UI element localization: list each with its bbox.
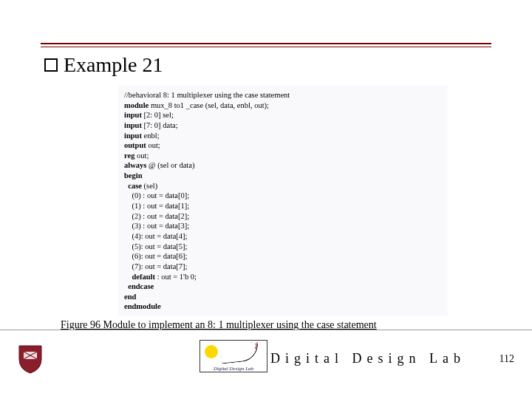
case-1: (1) : out = data[1]; (132, 202, 190, 210)
case-3: (3) : out = data[3]; (132, 222, 190, 230)
case-4: (4): out = data[4]; (132, 232, 188, 240)
brand-text: Digital Design Lab (270, 351, 466, 366)
header-rule (41, 43, 491, 44)
case-5: (5): out = data[5]; (132, 242, 188, 250)
code-comment: //behavioral 8: 1 multiplexer using the … (124, 91, 290, 99)
kw-always: always (124, 161, 146, 169)
kw-input-data: input (124, 121, 142, 129)
data-line: [7: 0] data; (142, 121, 178, 129)
kw-end: end (124, 293, 136, 301)
case-line: (sel) (142, 182, 157, 190)
out-decl: out; (146, 141, 160, 149)
footer: ? Digital Design Lab Digital Design Lab … (0, 337, 532, 374)
bullet-icon (44, 58, 58, 72)
kw-module: module (124, 101, 149, 109)
kw-endcase: endcase (128, 282, 154, 290)
case-6: (6): out = data[6]; (132, 252, 188, 260)
kw-reg: reg (124, 151, 134, 160)
title-row: Example 21 (44, 53, 163, 77)
code-block: //behavioral 8: 1 multiplexer using the … (118, 86, 448, 316)
kw-begin: begin (124, 171, 143, 180)
module-line: mux_8 to1 _case (sel, data, enbl, out); (149, 101, 269, 109)
case-0: (0) : out = data[0]; (132, 191, 190, 200)
sel-line: [2: 0] sel; (142, 111, 174, 119)
always-line: @ (sel or data) (146, 161, 194, 169)
kw-case: case (128, 182, 142, 190)
slide: Example 21 //behavioral 8: 1 multiplexer… (0, 0, 532, 399)
kw-input-enbl: input (124, 132, 142, 140)
enbl-line: enbl; (142, 132, 160, 140)
reg-line: out; (134, 151, 149, 160)
kw-endmodule: endmodule (124, 302, 161, 310)
case-7: (7): out = data[7]; (132, 262, 188, 270)
diagram-label: Digital Design Lab (200, 366, 267, 372)
kw-default: default (132, 273, 156, 281)
sun-icon (205, 345, 218, 358)
kw-output: output (124, 141, 146, 149)
shield-icon (18, 344, 43, 374)
footer-rule (0, 330, 532, 330)
case-2: (2) : out = data[2]; (132, 212, 190, 220)
question-mark: ? (254, 342, 258, 350)
default-line: : out = 1'b 0; (155, 273, 197, 281)
lab-diagram-icon: ? Digital Design Lab (200, 340, 267, 372)
kw-input-sel: input (124, 111, 142, 119)
slide-title: Example 21 (64, 53, 163, 77)
page-number: 112 (499, 353, 514, 365)
